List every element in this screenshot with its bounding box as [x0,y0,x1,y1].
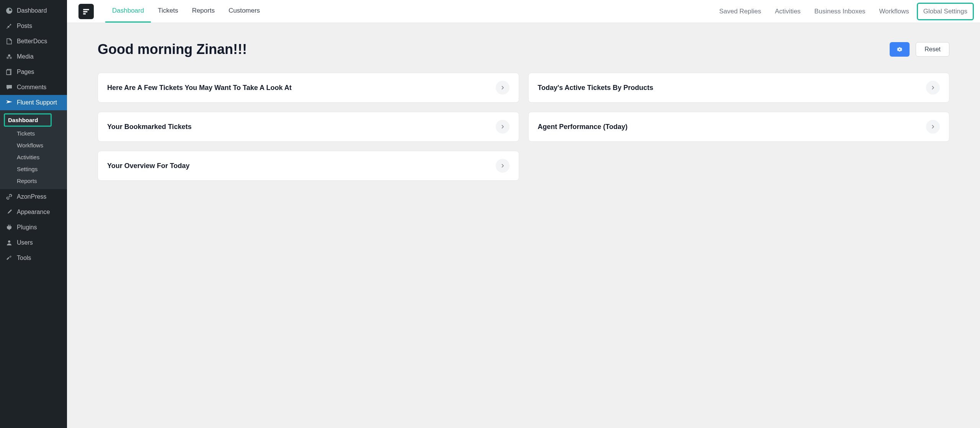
sidebar-item-dashboard[interactable]: Dashboard [0,3,67,18]
sidebar-item-label: Comments [17,84,46,91]
header-actions: Reset [890,42,949,57]
submenu-item-dashboard[interactable]: Dashboard [4,113,52,127]
sidebar-item-label: Tools [17,255,31,261]
sidebar-item-label: Pages [17,69,34,75]
chevron-right-icon [926,120,940,134]
widget-title: Your Bookmarked Tickets [107,123,191,131]
wrench-icon [5,254,13,262]
tab-reports[interactable]: Reports [185,0,222,23]
chevron-right-icon [496,81,510,95]
link-activities[interactable]: Activities [769,4,807,19]
sidebar-item-plugins[interactable]: Plugins [0,220,67,235]
sidebar-item-label: AzonPress [17,193,46,200]
media-icon [5,53,13,60]
svg-point-6 [899,49,900,50]
sidebar-item-label: Media [17,53,34,60]
user-icon [5,239,13,247]
sidebar-item-tools[interactable]: Tools [0,250,67,266]
chevron-right-icon [496,159,510,173]
widget-title: Here Are A Few Tickets You May Want To T… [107,84,292,92]
link-saved-replies[interactable]: Saved Replies [713,4,768,19]
link-global-settings[interactable]: Global Settings [917,3,974,20]
plugin-icon [5,224,13,231]
fluent-support-submenu: Dashboard Tickets Workflows Activities S… [0,110,67,189]
submenu-item-activities[interactable]: Activities [0,151,67,163]
widget-active-by-products[interactable]: Today's Active Tickets By Products [528,73,950,103]
svg-rect-4 [7,70,10,75]
widget-title: Your Overview For Today [107,162,189,170]
widget-title: Today's Active Tickets By Products [538,84,653,92]
sidebar-item-label: Fluent Support [17,99,57,106]
wp-admin-sidebar: Dashboard Posts BetterDocs Media Pages C… [0,0,67,428]
topbar-links: Saved Replies Activities Business Inboxe… [713,0,974,23]
submenu-item-tickets[interactable]: Tickets [0,127,67,139]
sidebar-item-azonpress[interactable]: AzonPress [0,189,67,204]
sidebar-item-comments[interactable]: Comments [0,80,67,95]
chevron-right-icon [926,81,940,95]
brush-icon [5,208,13,216]
comments-icon [5,83,13,91]
svg-point-5 [8,240,10,243]
sidebar-item-label: Posts [17,23,32,29]
svg-point-2 [10,57,12,59]
tab-customers[interactable]: Customers [222,0,267,23]
sidebar-item-pages[interactable]: Pages [0,64,67,80]
tab-dashboard[interactable]: Dashboard [105,0,151,23]
svg-point-0 [8,54,10,57]
topbar-tabs: Dashboard Tickets Reports Customers [105,0,267,23]
pages-icon [5,68,13,76]
sidebar-item-label: Dashboard [17,7,47,14]
link-icon [5,193,13,201]
widget-bookmarked[interactable]: Your Bookmarked Tickets [98,112,519,142]
submenu-item-settings[interactable]: Settings [0,163,67,175]
content-header: Good morning Zinan!!! Reset [98,41,949,57]
sidebar-item-label: Users [17,239,33,246]
sidebar-item-appearance[interactable]: Appearance [0,204,67,220]
chevron-right-icon [496,120,510,134]
submenu-item-workflows[interactable]: Workflows [0,139,67,151]
tab-tickets[interactable]: Tickets [151,0,185,23]
topbar: Dashboard Tickets Reports Customers Save… [67,0,980,23]
sidebar-item-betterdocs[interactable]: BetterDocs [0,34,67,49]
sidebar-item-users[interactable]: Users [0,235,67,250]
link-business-inboxes[interactable]: Business Inboxes [808,4,871,19]
pin-icon [5,22,13,30]
main-area: Dashboard Tickets Reports Customers Save… [67,0,980,428]
content: Good morning Zinan!!! Reset Here Are A F… [67,23,980,428]
reset-button[interactable]: Reset [916,42,949,57]
docs-icon [5,38,13,45]
sidebar-item-label: BetterDocs [17,38,47,45]
gear-icon [896,46,903,53]
widget-title: Agent Performance (Today) [538,123,628,131]
widgets-grid: Here Are A Few Tickets You May Want To T… [98,73,949,181]
support-icon [5,99,13,106]
svg-point-1 [7,57,9,59]
link-workflows[interactable]: Workflows [873,4,915,19]
sidebar-item-posts[interactable]: Posts [0,18,67,34]
greeting: Good morning Zinan!!! [98,41,247,57]
sidebar-item-label: Plugins [17,224,37,231]
app-logo[interactable] [78,4,94,19]
sidebar-item-media[interactable]: Media [0,49,67,64]
dashboard-icon [5,7,13,15]
submenu-item-reports[interactable]: Reports [0,175,67,187]
widget-overview-today[interactable]: Your Overview For Today [98,151,519,181]
sidebar-item-label: Appearance [17,209,50,216]
widget-agent-performance[interactable]: Agent Performance (Today) [528,112,950,142]
sidebar-item-fluent-support[interactable]: Fluent Support [0,95,67,110]
settings-button[interactable] [890,42,910,57]
widget-few-tickets[interactable]: Here Are A Few Tickets You May Want To T… [98,73,519,103]
